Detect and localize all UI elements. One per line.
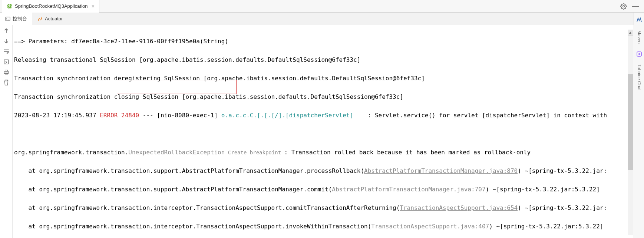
log-line: Releasing transactional SqlSession [org.… xyxy=(14,55,643,64)
stack-line: at org.springframework.transaction.inter… xyxy=(14,222,643,231)
svg-point-8 xyxy=(638,53,640,55)
actuator-tab[interactable]: Actuator xyxy=(32,13,68,25)
logger-name: o.a.c.c.C.[.[.[/].[dispatcherServlet] xyxy=(221,112,353,119)
scroll-top-button[interactable]: ▲ xyxy=(628,30,633,36)
console-tab[interactable]: 控制台 xyxy=(0,13,32,25)
log-level-error: ERROR xyxy=(100,112,118,119)
maven-icon[interactable] xyxy=(636,17,642,23)
log-line: 2023-08-23 17:19:45.937 ERROR 24840 --- … xyxy=(14,111,643,120)
scroll-up-icon[interactable] xyxy=(3,27,10,34)
console-gutter xyxy=(0,25,13,238)
vertical-scrollbar[interactable]: ▲ xyxy=(628,30,633,235)
exception-line: org.springframework.transaction.Unexpect… xyxy=(14,148,643,157)
highlight-box xyxy=(117,80,237,94)
source-link[interactable]: AbstractPlatformTransactionManager.java:… xyxy=(332,186,485,193)
log-line: ==> Parameters: df7eec8a-3ce2-11ee-9116-… xyxy=(14,37,643,46)
gear-icon[interactable] xyxy=(620,3,627,10)
log-line: Transaction synchronization closing SqlS… xyxy=(14,92,643,101)
print-icon[interactable] xyxy=(3,69,10,76)
source-link[interactable]: TransactionAspectSupport.java:654 xyxy=(400,204,518,211)
actuator-icon xyxy=(37,16,43,21)
tab-title: SpringBootRocketMQ3Application xyxy=(15,3,88,9)
svg-point-1 xyxy=(623,5,625,7)
maven-tool-label[interactable]: Maven xyxy=(637,30,642,44)
soft-wrap-icon[interactable] xyxy=(3,48,10,55)
exception-class-link[interactable]: UnexpectedRollbackException xyxy=(128,149,225,156)
scroll-down-icon[interactable] xyxy=(3,38,10,44)
console-output[interactable]: ==> Parameters: df7eec8a-3ce2-11ee-9116-… xyxy=(13,25,644,238)
tabnine-icon[interactable] xyxy=(636,51,642,57)
stack-line: at org.springframework.transaction.suppo… xyxy=(14,166,643,175)
tool-sub-bar: 控制台 Actuator xyxy=(0,13,644,25)
run-config-tab[interactable]: SpringBootRocketMQ3Application × xyxy=(2,0,99,13)
log-line: Transaction synchronization deregisterin… xyxy=(14,74,643,83)
source-link[interactable]: TransactionAspectSupport.java:407 xyxy=(371,223,489,230)
tabnine-tool-label[interactable]: Tabnine Chat xyxy=(637,64,642,91)
trash-icon[interactable] xyxy=(3,79,10,86)
right-tool-strip: Maven Tabnine Chat xyxy=(634,13,644,238)
log-blank xyxy=(14,129,643,138)
svg-rect-2 xyxy=(632,6,639,7)
source-link[interactable]: AbstractPlatformTransactionManager.java:… xyxy=(364,167,518,174)
stack-line: at org.springframework.transaction.suppo… xyxy=(14,185,643,194)
scroll-to-end-icon[interactable] xyxy=(3,58,10,65)
console-tab-label: 控制台 xyxy=(13,16,27,22)
stack-line: at org.springframework.transaction.inter… xyxy=(14,203,643,212)
editor-tab-bar: SpringBootRocketMQ3Application × xyxy=(0,0,644,13)
svg-rect-5 xyxy=(5,70,7,71)
create-breakpoint-link[interactable]: Create breakpoint xyxy=(225,150,284,155)
minimize-icon[interactable] xyxy=(632,6,639,7)
spring-boot-icon xyxy=(7,3,13,9)
console-icon xyxy=(5,16,10,21)
actuator-tab-label: Actuator xyxy=(45,16,63,21)
scrollbar-thumb[interactable] xyxy=(628,74,633,170)
close-icon[interactable]: × xyxy=(92,3,95,9)
